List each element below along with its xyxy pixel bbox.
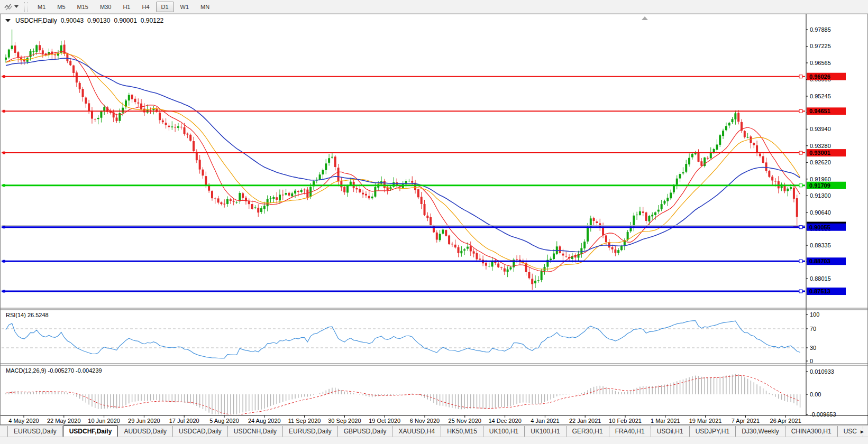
status-bar <box>0 437 868 444</box>
toolbar: M1M5M15M30H1H4D1W1MN <box>0 0 868 14</box>
tab-gbpusd-daily[interactable]: GBPUSD,Daily <box>338 426 393 437</box>
svg-text:4 Jan 2021: 4 Jan 2021 <box>531 418 559 424</box>
timeframe-buttons: M1M5M15M30H1H4D1W1MN <box>32 2 215 12</box>
tab-uk100-h1[interactable]: UK100,H1 <box>483 426 525 437</box>
svg-text:0.00: 0.00 <box>810 391 821 397</box>
chart-header: USDCHF,Daily 0.90043 0.90130 0.90001 0.9… <box>5 17 163 24</box>
svg-text:0.91300: 0.91300 <box>810 192 831 199</box>
timeframe-button-m15[interactable]: M15 <box>72 2 94 12</box>
tab-hk50-m15[interactable]: HK50,M15 <box>441 426 483 437</box>
candlesticks <box>5 30 801 290</box>
svg-text:0.93280: 0.93280 <box>810 143 831 149</box>
chart-tool-icon[interactable] <box>3 2 20 12</box>
tabs-scroll-right-icon[interactable]: ► <box>858 429 866 434</box>
svg-text:1 Mar 2021: 1 Mar 2021 <box>651 418 680 424</box>
tab-xauusd-h4[interactable]: XAUUSD,H4 <box>392 426 441 437</box>
tab-dj30-weekly[interactable]: DJ30,Weekly <box>736 426 785 437</box>
svg-text:0.97885: 0.97885 <box>810 26 831 33</box>
ohlc-open: 0.90043 <box>61 17 84 24</box>
svg-text:17 Jul 2020: 17 Jul 2020 <box>169 418 199 424</box>
macd-signal-line <box>6 375 800 414</box>
macd-panel: 0.0109330.00-0.009653 <box>6 368 836 418</box>
ohlc-high: 0.90130 <box>87 17 110 24</box>
tab-ger30-h1[interactable]: GER30,H1 <box>567 426 609 437</box>
toolbar-grip <box>24 2 28 12</box>
chart-canvas[interactable]: 0.978850.972250.965650.959050.952450.945… <box>1 14 868 426</box>
ma-slow-line <box>6 58 800 252</box>
rsi-indicator-label: RSI(14) 26.5248 <box>6 312 49 318</box>
macd-indicator-label: MACD(12,26,9) -0.005270 -0.004239 <box>6 367 102 374</box>
chart-shift-marker-icon[interactable] <box>642 16 648 20</box>
svg-text:0.94651: 0.94651 <box>809 108 830 114</box>
svg-text:24 Aug 2020: 24 Aug 2020 <box>248 418 281 424</box>
svg-text:14 Dec 2020: 14 Dec 2020 <box>488 418 521 424</box>
svg-text:0.93001: 0.93001 <box>809 150 830 156</box>
svg-text:22 May 2020: 22 May 2020 <box>47 418 81 424</box>
svg-text:0.88015: 0.88015 <box>810 275 831 282</box>
svg-text:19 Mar 2021: 19 Mar 2021 <box>689 418 722 424</box>
svg-text:4 May 2020: 4 May 2020 <box>8 418 39 424</box>
svg-text:0.91960: 0.91960 <box>810 176 831 182</box>
hline-0.87513[interactable]: 0.87513 <box>2 288 846 295</box>
chevron-down-icon <box>14 5 19 8</box>
chart-symbol-title: USDCHF,Daily <box>15 17 57 24</box>
tab-china300-h1[interactable]: CHINA300,H1 <box>785 426 838 437</box>
svg-text:30: 30 <box>810 345 816 351</box>
svg-text:10 Jun 2020: 10 Jun 2020 <box>88 418 120 424</box>
tab-audusd-daily[interactable]: AUDUSD,Daily <box>118 426 173 437</box>
timeframe-button-m5[interactable]: M5 <box>52 2 70 12</box>
tab-eurusd-daily[interactable]: EURUSD,Daily <box>283 426 338 437</box>
timeframe-button-mn[interactable]: MN <box>195 2 215 12</box>
svg-text:5 Aug 2020: 5 Aug 2020 <box>209 418 239 424</box>
chart-window: 0.978850.972250.965650.959050.952450.945… <box>0 14 868 425</box>
hline-0.96026[interactable]: 0.96026 <box>2 73 846 80</box>
svg-text:0.87513: 0.87513 <box>809 288 830 294</box>
svg-text:29 Jun 2020: 29 Jun 2020 <box>128 418 160 424</box>
svg-text:0.93940: 0.93940 <box>810 126 831 132</box>
svg-text:0.010933: 0.010933 <box>810 368 834 375</box>
svg-text:11 Sep 2020: 11 Sep 2020 <box>288 418 321 424</box>
ma-fast-line <box>6 52 800 272</box>
rsi-panel: 10070300 <box>2 311 819 364</box>
symbol-dropdown-icon[interactable] <box>5 19 11 22</box>
svg-text:0.96565: 0.96565 <box>810 60 831 66</box>
svg-text:-0.009653: -0.009653 <box>810 411 836 418</box>
timeframe-button-d1[interactable]: D1 <box>156 2 174 12</box>
tab-usdcad-daily[interactable]: USDCAD,Daily <box>173 426 228 437</box>
svg-text:0.88703: 0.88703 <box>809 258 830 264</box>
hline-0.91709[interactable]: 0.91709 <box>2 182 846 189</box>
crosshair-tool-glyph <box>4 3 13 11</box>
hline-0.94651[interactable]: 0.94651 <box>2 107 846 115</box>
svg-text:100: 100 <box>810 311 819 318</box>
ohlc-low: 0.90001 <box>114 17 136 24</box>
tab-usdcnh-daily[interactable]: USDCNH,Daily <box>228 426 283 437</box>
date-axis: 4 May 202022 May 202010 Jun 202029 Jun 2… <box>1 415 868 424</box>
timeframe-button-m30[interactable]: M30 <box>95 2 116 12</box>
hline-0.90055[interactable]: 0.90055 <box>2 224 846 231</box>
svg-text:0.95245: 0.95245 <box>810 93 831 99</box>
tab-uk100-h1[interactable]: UK100,H1 <box>525 426 566 437</box>
ohlc-close: 0.90122 <box>141 17 163 24</box>
timeframe-button-w1[interactable]: W1 <box>175 2 195 12</box>
svg-text:0.90055: 0.90055 <box>809 224 830 230</box>
svg-text:0.97225: 0.97225 <box>810 43 831 49</box>
chart-tabs-bar: EURUSD,DailyUSDCHF,DailyAUDUSD,DailyUSDC… <box>0 425 868 437</box>
tab-usoil-h1[interactable]: USOil,H1 <box>651 426 690 437</box>
macd-histogram <box>6 374 800 417</box>
tab-eurusd-daily[interactable]: EURUSD,Daily <box>7 426 63 437</box>
tab-usdchf-daily[interactable]: USDCHF,Daily <box>63 426 118 437</box>
svg-text:30 Sep 2020: 30 Sep 2020 <box>328 418 361 424</box>
svg-text:26 Apr 2021: 26 Apr 2021 <box>770 418 801 424</box>
timeframe-button-h1[interactable]: H1 <box>117 2 135 12</box>
svg-text:22 Jan 2021: 22 Jan 2021 <box>569 418 601 424</box>
timeframe-button-m1[interactable]: M1 <box>32 2 51 12</box>
hline-0.88703[interactable]: 0.88703 <box>2 257 846 265</box>
timeframe-button-h4[interactable]: H4 <box>136 2 154 12</box>
svg-text:0.89335: 0.89335 <box>810 242 831 248</box>
tab-fra40-h1[interactable]: FRA40,H1 <box>609 426 651 437</box>
svg-text:25 Nov 2020: 25 Nov 2020 <box>449 418 481 424</box>
tab-usdjpy-h1[interactable]: USDJPY,H1 <box>690 426 736 437</box>
svg-text:0: 0 <box>810 358 813 364</box>
hline-0.93001[interactable]: 0.93001 <box>2 149 846 156</box>
svg-text:0.90640: 0.90640 <box>810 209 831 216</box>
